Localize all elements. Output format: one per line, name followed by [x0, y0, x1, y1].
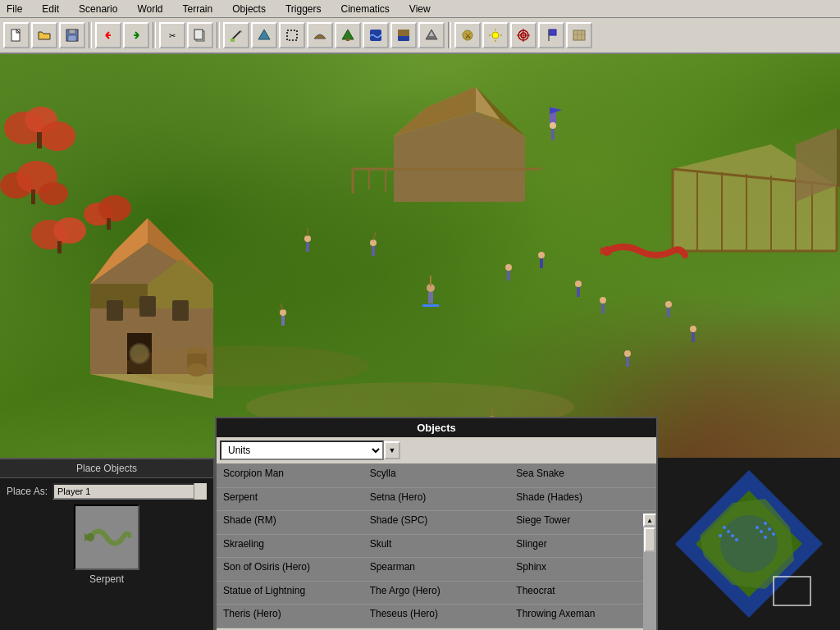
list-item[interactable]: Setna (Hero) [363, 488, 510, 512]
svg-rect-109 [577, 287, 580, 297]
list-item[interactable]: Siege Tower [509, 511, 656, 535]
menu-cinematics[interactable]: Cinematics [337, 2, 392, 16]
menu-objects[interactable]: Objects [229, 2, 269, 16]
list-item[interactable]: Serpent [217, 488, 363, 512]
svg-point-114 [690, 326, 696, 332]
menu-view[interactable]: View [406, 2, 434, 16]
place-unit[interactable]: ⚔ [454, 22, 481, 48]
menu-file[interactable]: File [3, 2, 25, 16]
unit-name: Serpent [0, 570, 213, 588]
list-item[interactable]: Son of Osiris (Hero) [217, 558, 363, 582]
list-item[interactable]: Scorpion Man [217, 464, 363, 488]
scroll-thumb[interactable] [644, 527, 655, 552]
unit-preview [74, 504, 139, 570]
cut-button[interactable]: ✂ [159, 22, 185, 48]
list-item[interactable]: The Argo (Hero) [363, 582, 510, 605]
player-select[interactable]: Player 1 Player 2 Player 3 Gaia [52, 483, 207, 500]
list-item[interactable]: Sea Snake [509, 464, 656, 488]
list-item[interactable]: Shade (Hades) [509, 488, 656, 512]
mountain-tool[interactable] [418, 22, 445, 48]
terrain-tool[interactable] [251, 22, 277, 48]
list-item[interactable]: Skult [363, 535, 510, 559]
undo-button[interactable] [95, 22, 121, 48]
minimap[interactable] [658, 458, 840, 630]
menu-world[interactable]: World [134, 2, 166, 16]
scroll-track[interactable] [643, 527, 656, 630]
menu-terrain[interactable]: Terrain [180, 2, 217, 16]
redo-button[interactable] [123, 22, 149, 48]
scroll-up-button[interactable]: ▲ [643, 514, 656, 527]
map-tool[interactable] [566, 22, 592, 48]
svg-point-140 [731, 534, 734, 537]
new-button[interactable] [3, 22, 30, 48]
svg-point-148 [764, 536, 767, 539]
target-tool[interactable] [510, 22, 536, 48]
svg-marker-14 [342, 30, 354, 39]
svg-rect-61 [107, 300, 123, 321]
svg-rect-18 [398, 30, 409, 36]
svg-point-143 [756, 526, 759, 529]
svg-point-110 [600, 297, 606, 304]
svg-point-98 [304, 235, 311, 242]
menu-scenario[interactable]: Scenario [75, 2, 121, 16]
objects-filter-arrow[interactable]: ▼ [384, 441, 400, 459]
svg-rect-32 [549, 30, 556, 35]
svg-point-138 [723, 526, 726, 529]
svg-point-147 [772, 532, 775, 536]
trees-left [0, 107, 131, 253]
save-button[interactable] [59, 22, 85, 48]
svg-rect-105 [507, 271, 510, 281]
left-panel: Place Objects Place As: Player 1 Player … [0, 458, 215, 630]
svg-text:✂: ✂ [169, 31, 176, 40]
svg-point-40 [39, 121, 75, 151]
tree-tool[interactable] [335, 22, 361, 48]
objects-filter-row: Units Buildings Other ▼ [217, 437, 656, 464]
flag-tool[interactable] [538, 22, 564, 48]
svg-point-144 [760, 530, 763, 533]
svg-point-141 [735, 538, 738, 541]
list-item[interactable]: Spearman [363, 558, 510, 582]
list-item[interactable]: Sphinx [509, 558, 656, 582]
paint-tool[interactable] [223, 22, 249, 48]
svg-point-118 [280, 309, 286, 316]
list-item[interactable]: Shade (RM) [217, 511, 363, 535]
menu-edit[interactable]: Edit [39, 2, 62, 16]
svg-rect-15 [346, 39, 349, 41]
list-item[interactable]: Theris (Hero) [217, 605, 363, 628]
svg-point-146 [768, 527, 771, 531]
list-item[interactable]: Slinger [509, 535, 656, 559]
copy-button[interactable] [187, 22, 213, 48]
svg-rect-99 [306, 242, 309, 252]
list-item[interactable]: Scylla [363, 464, 510, 488]
svg-rect-107 [540, 258, 543, 268]
light-tool[interactable] [482, 22, 509, 48]
svg-rect-34 [573, 30, 585, 40]
list-item[interactable]: Theseus (Hero) [363, 605, 510, 628]
list-item[interactable]: Statue of Lightning [217, 582, 363, 605]
toolbar-sep-1 [89, 22, 92, 48]
svg-rect-13 [287, 30, 297, 40]
list-item[interactable]: Throwing Axeman [509, 605, 656, 628]
panel-title: Place Objects [0, 459, 213, 478]
list-item[interactable]: Theocrat [509, 582, 656, 605]
svg-point-108 [575, 281, 582, 287]
list-item[interactable]: Shade (SPC) [363, 511, 510, 535]
objects-panel: Objects Units Buildings Other ▼ Scorpion… [215, 417, 658, 630]
svg-point-23 [492, 32, 499, 39]
menu-triggers[interactable]: Triggers [282, 2, 325, 16]
svg-rect-117 [626, 357, 629, 367]
area-tool[interactable] [279, 22, 305, 48]
open-button[interactable] [31, 22, 57, 48]
svg-point-50 [98, 195, 131, 221]
hill-tool[interactable] [307, 22, 333, 48]
svg-point-142 [719, 534, 722, 537]
svg-rect-119 [281, 316, 285, 326]
place-as-label: Place As: [7, 486, 48, 497]
objects-filter-select[interactable]: Units Buildings Other [220, 441, 384, 460]
minimap-svg [658, 458, 840, 630]
svg-rect-102 [372, 246, 375, 256]
water-tool[interactable] [363, 22, 389, 48]
shore-tool[interactable] [390, 22, 417, 48]
list-item[interactable]: Skraeling [217, 535, 363, 559]
player-select-arrow[interactable]: ▼ [194, 483, 207, 500]
